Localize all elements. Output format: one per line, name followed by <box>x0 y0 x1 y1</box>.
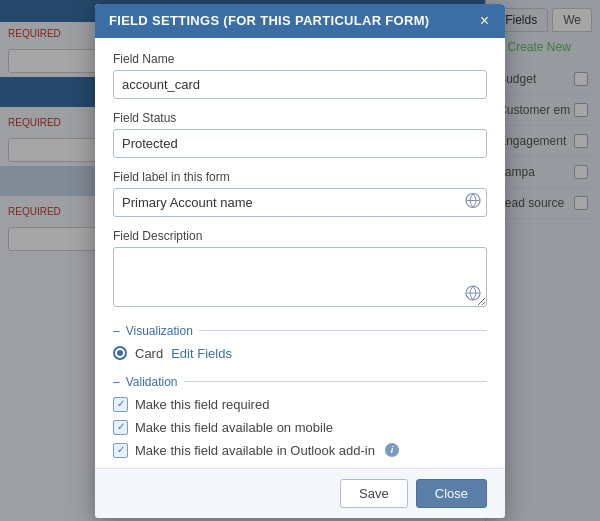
modal-footer: Save Close <box>95 468 505 518</box>
modal-overlay: FIELD SETTINGS (FOR THIS PARTICULAR FORM… <box>0 0 600 521</box>
check-required-box[interactable] <box>113 397 128 412</box>
radio-inner <box>117 350 123 356</box>
field-label-label: Field label in this form <box>113 170 487 184</box>
save-button[interactable]: Save <box>340 479 408 508</box>
check-mobile-row: Make this field available on mobile <box>113 420 487 435</box>
validation-section-title: Validation <box>113 375 487 389</box>
field-status-input[interactable] <box>113 129 487 158</box>
field-status-group: Field Status <box>113 111 487 158</box>
visualization-card-row: Card Edit Fields <box>113 346 487 361</box>
field-status-label: Field Status <box>113 111 487 125</box>
field-label-group: Field label in this form <box>113 170 487 217</box>
translate-icon-description <box>465 285 481 304</box>
edit-fields-link[interactable]: Edit Fields <box>171 346 232 361</box>
field-description-label: Field Description <box>113 229 487 243</box>
visualization-section-title: Visualization <box>113 324 487 338</box>
modal-title: FIELD SETTINGS (FOR THIS PARTICULAR FORM… <box>109 13 429 28</box>
check-outlook-box[interactable] <box>113 443 128 458</box>
field-name-input[interactable] <box>113 70 487 99</box>
field-description-group: Field Description <box>113 229 487 310</box>
check-outlook-row: Make this field available in Outlook add… <box>113 443 487 458</box>
field-label-input[interactable] <box>113 188 487 217</box>
field-name-group: Field Name <box>113 52 487 99</box>
card-label: Card <box>135 346 163 361</box>
info-icon: i <box>385 443 399 457</box>
check-mobile-label: Make this field available on mobile <box>135 420 333 435</box>
check-outlook-label: Make this field available in Outlook add… <box>135 443 375 458</box>
field-settings-modal: FIELD SETTINGS (FOR THIS PARTICULAR FORM… <box>95 4 505 518</box>
card-radio[interactable] <box>113 346 127 360</box>
modal-body: Field Name Field Status Field label in t… <box>95 38 505 468</box>
translate-icon <box>465 193 481 212</box>
field-description-wrapper <box>113 247 487 310</box>
field-name-label: Field Name <box>113 52 487 66</box>
check-mobile-box[interactable] <box>113 420 128 435</box>
check-required-row: Make this field required <box>113 397 487 412</box>
field-label-input-wrapper <box>113 188 487 217</box>
field-description-textarea[interactable] <box>113 247 487 307</box>
check-required-label: Make this field required <box>135 397 269 412</box>
modal-header: FIELD SETTINGS (FOR THIS PARTICULAR FORM… <box>95 4 505 38</box>
modal-close-button[interactable]: × <box>478 13 491 29</box>
close-button[interactable]: Close <box>416 479 487 508</box>
